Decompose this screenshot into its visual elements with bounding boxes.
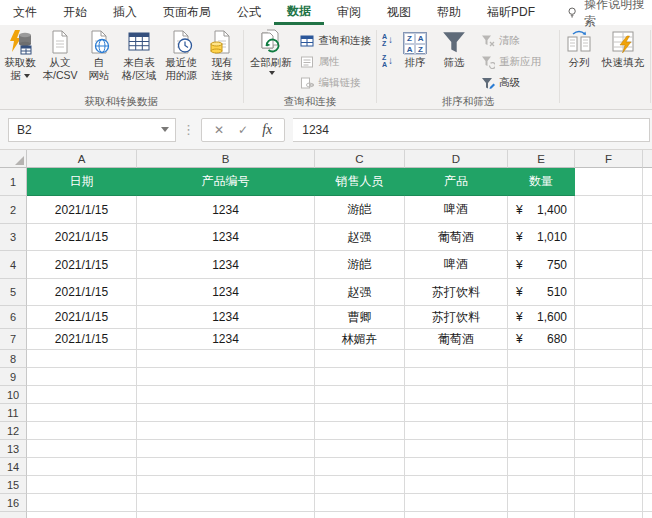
- row-header[interactable]: 7: [0, 329, 27, 350]
- cell[interactable]: [137, 440, 315, 458]
- cell[interactable]: [643, 512, 652, 518]
- cell[interactable]: [508, 386, 575, 404]
- cell[interactable]: 数量: [508, 168, 575, 196]
- cell[interactable]: ¥510: [508, 279, 575, 306]
- cell[interactable]: 葡萄酒: [405, 329, 508, 350]
- text-to-columns-button[interactable]: 分列: [561, 27, 597, 69]
- cell[interactable]: 林媚卉: [315, 329, 405, 350]
- cell[interactable]: [27, 440, 137, 458]
- cell[interactable]: [405, 458, 508, 476]
- cell[interactable]: [405, 404, 508, 422]
- cell[interactable]: ¥1,010: [508, 224, 575, 251]
- cell[interactable]: [27, 350, 137, 368]
- flash-fill-button[interactable]: 快速填充: [597, 27, 649, 69]
- cell[interactable]: [137, 512, 315, 518]
- row-header[interactable]: 16: [0, 494, 27, 512]
- cell[interactable]: 1234: [137, 224, 315, 251]
- cell[interactable]: [575, 224, 643, 251]
- cell[interactable]: 游皑: [315, 251, 405, 279]
- cell[interactable]: [508, 512, 575, 518]
- advanced-filter-button[interactable]: 高级: [477, 72, 545, 93]
- cell[interactable]: 葡萄酒: [405, 224, 508, 251]
- cell[interactable]: [508, 494, 575, 512]
- cell[interactable]: [575, 350, 643, 368]
- from-web-button[interactable]: 自 网站: [80, 27, 118, 82]
- cell[interactable]: 2021/1/15: [27, 279, 137, 306]
- cell[interactable]: [643, 494, 652, 512]
- cell[interactable]: 苏打饮料: [405, 279, 508, 306]
- cell[interactable]: [137, 404, 315, 422]
- formula-input[interactable]: 1234: [293, 118, 650, 142]
- tab-data[interactable]: 数据: [274, 0, 324, 25]
- cell[interactable]: [643, 224, 652, 251]
- cell[interactable]: [508, 476, 575, 494]
- cell[interactable]: [575, 422, 643, 440]
- cell[interactable]: [643, 440, 652, 458]
- cell[interactable]: [27, 458, 137, 476]
- cell[interactable]: [575, 279, 643, 306]
- edit-links-button[interactable]: 编辑链接: [296, 72, 375, 93]
- cell[interactable]: [315, 422, 405, 440]
- row-header[interactable]: 9: [0, 368, 27, 386]
- cell[interactable]: [315, 368, 405, 386]
- cell[interactable]: 啤酒: [405, 251, 508, 279]
- cell[interactable]: 2021/1/15: [27, 306, 137, 329]
- filter-button[interactable]: 筛选: [435, 27, 473, 69]
- cell[interactable]: [575, 440, 643, 458]
- cell[interactable]: [27, 512, 137, 518]
- tab-review[interactable]: 审阅: [324, 0, 374, 25]
- cell[interactable]: [315, 476, 405, 494]
- row-header[interactable]: [0, 512, 27, 518]
- cell[interactable]: [27, 494, 137, 512]
- clear-filter-button[interactable]: 清除: [477, 30, 545, 51]
- cell[interactable]: 2021/1/15: [27, 251, 137, 279]
- cell[interactable]: [405, 476, 508, 494]
- row-header[interactable]: 12: [0, 422, 27, 440]
- cell[interactable]: [27, 476, 137, 494]
- queries-connections-button[interactable]: 查询和连接: [296, 30, 375, 51]
- cell[interactable]: [405, 494, 508, 512]
- cell[interactable]: [137, 476, 315, 494]
- cell[interactable]: [643, 329, 652, 350]
- cell[interactable]: [643, 279, 652, 306]
- cell[interactable]: [643, 404, 652, 422]
- cell[interactable]: [137, 368, 315, 386]
- cell[interactable]: [575, 368, 643, 386]
- cell[interactable]: [575, 476, 643, 494]
- cell[interactable]: 赵强: [315, 224, 405, 251]
- tab-view[interactable]: 视图: [374, 0, 424, 25]
- cell[interactable]: [315, 458, 405, 476]
- column-header-b[interactable]: B: [137, 150, 315, 168]
- cell[interactable]: [643, 422, 652, 440]
- row-header[interactable]: 8: [0, 350, 27, 368]
- cell[interactable]: [508, 404, 575, 422]
- cell[interactable]: 2021/1/15: [27, 196, 137, 224]
- row-header[interactable]: 15: [0, 476, 27, 494]
- tab-insert[interactable]: 插入: [100, 0, 150, 25]
- properties-button[interactable]: 属性: [296, 51, 375, 72]
- tab-page-layout[interactable]: 页面布局: [150, 0, 224, 25]
- recent-sources-button[interactable]: 最近使 用的源: [160, 27, 202, 82]
- cell[interactable]: [575, 404, 643, 422]
- cell[interactable]: ¥750: [508, 251, 575, 279]
- enter-icon[interactable]: ✓: [238, 123, 248, 137]
- cell[interactable]: 1234: [137, 279, 315, 306]
- cell[interactable]: [643, 368, 652, 386]
- cell[interactable]: [508, 350, 575, 368]
- cell[interactable]: 曹卿: [315, 306, 405, 329]
- cell[interactable]: 日期: [27, 168, 137, 196]
- cell[interactable]: [575, 494, 643, 512]
- column-header-c[interactable]: C: [315, 150, 405, 168]
- insert-function-icon[interactable]: fx: [262, 122, 272, 138]
- cell[interactable]: [405, 512, 508, 518]
- cell[interactable]: 产品: [405, 168, 508, 196]
- cancel-icon[interactable]: ✕: [214, 123, 224, 137]
- cell[interactable]: [508, 440, 575, 458]
- tab-foxit-pdf[interactable]: 福昕PDF: [474, 0, 548, 25]
- cell[interactable]: [315, 512, 405, 518]
- cell[interactable]: [137, 494, 315, 512]
- cell[interactable]: [575, 329, 643, 350]
- cell[interactable]: [137, 422, 315, 440]
- existing-connections-button[interactable]: 现有 连接: [202, 27, 242, 82]
- from-text-csv-button[interactable]: 从文 本/CSV: [40, 27, 80, 82]
